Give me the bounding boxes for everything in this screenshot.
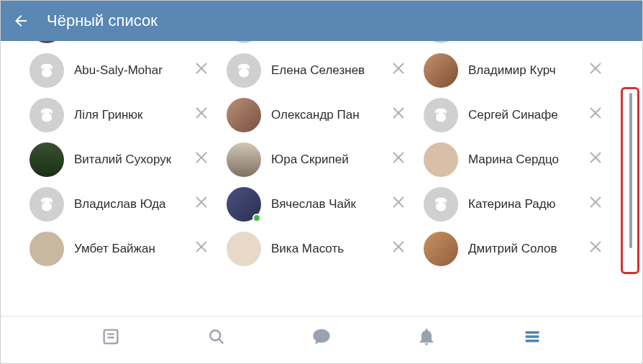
remove-icon[interactable] — [589, 41, 606, 44]
user-name: Умбет Байжан — [74, 242, 195, 256]
user-name: Виталий Сухорук — [74, 153, 195, 167]
remove-icon[interactable] — [392, 106, 409, 124]
avatar[interactable] — [424, 53, 458, 88]
avatar[interactable] — [424, 98, 458, 132]
user-name: Катерина Радю — [468, 197, 589, 211]
user-row[interactable]: Сергей Синафе — [424, 93, 621, 137]
avatar[interactable] — [29, 142, 64, 177]
svg-line-40 — [219, 339, 223, 343]
column-0: Дарья КуприянAbu-Saly-MoharЛіля ГринюкВи… — [29, 41, 227, 314]
user-name: Сергей Синафе — [468, 108, 589, 122]
remove-icon[interactable] — [589, 196, 606, 213]
user-name: Владислав Юда — [74, 197, 195, 211]
user-name: Олександр Пан — [271, 108, 392, 122]
remove-icon[interactable] — [195, 196, 212, 213]
user-row[interactable]: Abu-Saly-Mohar — [29, 48, 227, 93]
user-name: Вика Масоть — [271, 242, 392, 256]
avatar[interactable] — [424, 142, 458, 177]
user-row[interactable]: Вячеслав Чайк — [227, 182, 424, 227]
remove-icon[interactable] — [195, 240, 212, 258]
blacklist-content: Дарья КуприянAbu-Saly-MoharЛіля ГринюкВи… — [1, 41, 642, 314]
avatar[interactable] — [227, 98, 261, 132]
avatar[interactable] — [29, 232, 64, 266]
header-bar: Чёрный список — [1, 1, 642, 41]
user-row[interactable]: Дарья Куприян — [29, 41, 227, 48]
user-name: Валентина Гень — [271, 41, 392, 42]
user-name: Елена Селезнев — [271, 63, 392, 78]
user-name: Юра Скрипей — [271, 153, 392, 167]
column-1: Валентина ГеньЕлена СелезневОлександр Па… — [227, 41, 424, 314]
remove-icon[interactable] — [392, 41, 409, 44]
user-row[interactable]: Юра Скрипей — [227, 137, 424, 182]
bottom-navigation — [1, 316, 642, 356]
user-name: Тоня Меняйло — [468, 41, 589, 42]
remove-icon[interactable] — [392, 62, 409, 79]
user-name: Ліля Гринюк — [74, 108, 195, 122]
nav-messages-icon[interactable] — [310, 325, 333, 348]
avatar[interactable] — [29, 53, 64, 88]
avatar[interactable] — [227, 41, 261, 43]
remove-icon[interactable] — [392, 240, 409, 258]
user-row[interactable]: Дмитрий Солов — [424, 227, 621, 271]
nav-menu-icon[interactable] — [521, 325, 544, 348]
user-row[interactable]: Катерина Радю — [424, 182, 621, 227]
nav-notifications-icon[interactable] — [415, 325, 438, 348]
avatar[interactable] — [29, 187, 64, 222]
scrollbar[interactable] — [629, 93, 632, 248]
remove-icon[interactable] — [195, 151, 212, 168]
avatar[interactable] — [424, 187, 458, 222]
user-row[interactable]: Валентина Гень — [227, 41, 424, 48]
svg-point-39 — [210, 330, 220, 340]
remove-icon[interactable] — [195, 62, 212, 79]
user-name: Дарья Куприян — [74, 41, 195, 42]
user-row[interactable]: Марина Сердцо — [424, 137, 621, 182]
remove-icon[interactable] — [392, 151, 409, 168]
user-name: Abu-Saly-Mohar — [74, 63, 195, 78]
user-row[interactable]: Владимир Курч — [424, 48, 621, 93]
back-arrow-icon[interactable] — [12, 12, 29, 29]
avatar[interactable] — [29, 98, 64, 132]
avatar[interactable] — [424, 41, 458, 43]
avatar[interactable] — [424, 232, 458, 266]
user-name: Дмитрий Солов — [468, 242, 589, 256]
remove-icon[interactable] — [195, 41, 212, 44]
user-name: Марина Сердцо — [468, 153, 589, 167]
nav-search-icon[interactable] — [205, 325, 228, 348]
user-row[interactable]: Вика Масоть — [227, 227, 424, 271]
user-row[interactable]: Ліля Гринюк — [29, 93, 227, 137]
user-row[interactable]: Виталий Сухорук — [29, 137, 227, 182]
user-name: Владимир Курч — [468, 63, 589, 78]
user-row[interactable]: Тоня Меняйло — [424, 41, 621, 48]
avatar[interactable] — [29, 41, 64, 43]
avatar[interactable] — [227, 53, 261, 88]
remove-icon[interactable] — [195, 106, 212, 124]
user-row[interactable]: Умбет Байжан — [29, 227, 227, 271]
remove-icon[interactable] — [392, 196, 409, 213]
user-name: Вячеслав Чайк — [271, 197, 392, 211]
avatar[interactable] — [227, 142, 261, 177]
user-row[interactable]: Владислав Юда — [29, 182, 227, 227]
user-row[interactable]: Олександр Пан — [227, 93, 424, 137]
remove-icon[interactable] — [589, 240, 606, 258]
user-row[interactable]: Елена Селезнев — [227, 48, 424, 93]
nav-news-icon[interactable] — [99, 325, 122, 348]
online-indicator — [252, 214, 261, 222]
column-2: Тоня МеняйлоВладимир КурчСергей СинафеМа… — [424, 41, 621, 314]
page-title: Чёрный список — [47, 12, 158, 30]
remove-icon[interactable] — [589, 151, 606, 168]
remove-icon[interactable] — [589, 106, 606, 124]
avatar[interactable] — [227, 232, 261, 266]
remove-icon[interactable] — [589, 62, 606, 79]
